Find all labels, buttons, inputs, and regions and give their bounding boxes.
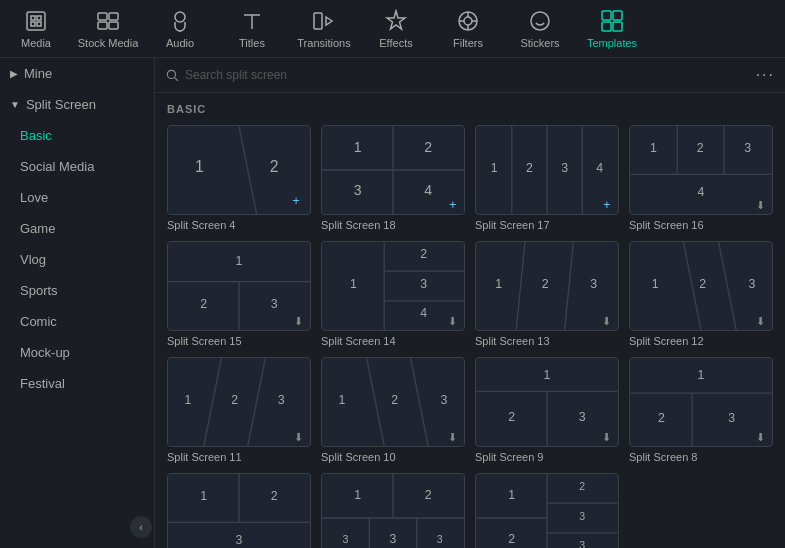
svg-text:2: 2 bbox=[542, 277, 549, 291]
search-input[interactable] bbox=[185, 68, 750, 82]
nav-media[interactable]: Media bbox=[0, 4, 72, 53]
svg-text:1: 1 bbox=[339, 393, 346, 407]
svg-text:3: 3 bbox=[390, 532, 397, 546]
svg-rect-3 bbox=[31, 22, 35, 26]
svg-text:3: 3 bbox=[441, 393, 448, 407]
svg-text:3: 3 bbox=[579, 410, 586, 424]
svg-text:2: 2 bbox=[508, 410, 515, 424]
nav-stock-media[interactable]: Stock Media bbox=[72, 4, 144, 53]
nav-audio[interactable]: Audio bbox=[144, 4, 216, 53]
grid-item-ss12[interactable]: 1 2 3 ⬇ Split Screen 12 bbox=[629, 241, 773, 347]
label-ss9: Split Screen 9 bbox=[475, 451, 619, 463]
grid-item-ss6[interactable]: 1 2 3 3 3 ⬇ Split Screen 6 bbox=[321, 473, 465, 548]
mine-arrow: ▶ bbox=[10, 68, 18, 79]
sidebar-item-game[interactable]: Game bbox=[0, 213, 154, 244]
svg-text:⬇: ⬇ bbox=[448, 431, 457, 443]
templates-icon bbox=[599, 8, 625, 34]
sidebar-mine-header[interactable]: ▶ Mine bbox=[0, 58, 154, 89]
svg-text:2: 2 bbox=[424, 139, 432, 155]
sidebar: ▶ Mine ▼ Split Screen Basic Social Media… bbox=[0, 58, 155, 548]
nav-templates[interactable]: Templates bbox=[576, 4, 648, 53]
grid-item-ss9[interactable]: 1 2 3 ⬇ Split Screen 9 bbox=[475, 357, 619, 463]
grid-item-ss4[interactable]: 1 2 + Split Screen 4 bbox=[167, 125, 311, 231]
grid-item-ss17[interactable]: 1 2 3 4 + Split Screen 17 bbox=[475, 125, 619, 231]
svg-text:2: 2 bbox=[270, 158, 279, 175]
label-ss10: Split Screen 10 bbox=[321, 451, 465, 463]
thumb-ss15: 1 2 3 ⬇ bbox=[167, 241, 311, 331]
thumb-ss9: 1 2 3 ⬇ bbox=[475, 357, 619, 447]
sidebar-item-festival[interactable]: Festival bbox=[0, 368, 154, 399]
sidebar-splitscreen-header[interactable]: ▼ Split Screen bbox=[0, 89, 154, 120]
svg-point-27 bbox=[167, 70, 175, 78]
grid-item-ss15[interactable]: 1 2 3 ⬇ Split Screen 15 bbox=[167, 241, 311, 347]
svg-text:3: 3 bbox=[437, 533, 443, 545]
sidebar-item-basic[interactable]: Basic bbox=[0, 120, 154, 151]
svg-text:2: 2 bbox=[200, 297, 207, 311]
nav-stickers[interactable]: Stickers bbox=[504, 4, 576, 53]
grid-item-ss11[interactable]: 1 2 3 ⬇ Split Screen 11 bbox=[167, 357, 311, 463]
svg-text:3: 3 bbox=[561, 161, 568, 175]
svg-text:1: 1 bbox=[350, 277, 357, 291]
svg-text:4: 4 bbox=[596, 161, 603, 175]
nav-titles[interactable]: Titles bbox=[216, 4, 288, 53]
thumb-ss11: 1 2 3 ⬇ bbox=[167, 357, 311, 447]
splitscreen-arrow: ▼ bbox=[10, 99, 20, 110]
svg-text:2: 2 bbox=[508, 532, 515, 546]
sidebar-item-sports[interactable]: Sports bbox=[0, 275, 154, 306]
grid-item-ss10[interactable]: 1 2 3 ⬇ Split Screen 10 bbox=[321, 357, 465, 463]
svg-rect-51 bbox=[631, 126, 772, 214]
svg-rect-2 bbox=[37, 16, 41, 20]
svg-text:1: 1 bbox=[650, 141, 657, 155]
more-options-btn[interactable]: ··· bbox=[756, 66, 775, 84]
grid-item-ss16[interactable]: 1 2 3 4 ⬇ Split Screen 16 bbox=[629, 125, 773, 231]
svg-text:1: 1 bbox=[200, 489, 207, 503]
audio-icon bbox=[167, 8, 193, 34]
sidebar-item-mock-up[interactable]: Mock-up bbox=[0, 337, 154, 368]
grid-item-ss8[interactable]: 1 2 3 ⬇ Split Screen 8 bbox=[629, 357, 773, 463]
svg-text:⬇: ⬇ bbox=[602, 315, 611, 327]
svg-text:1: 1 bbox=[495, 277, 502, 291]
search-icon bbox=[165, 68, 179, 82]
effects-icon bbox=[383, 8, 409, 34]
top-nav: Media Stock Media Audio bbox=[0, 0, 785, 58]
sidebar-item-love[interactable]: Love bbox=[0, 182, 154, 213]
svg-text:1: 1 bbox=[236, 254, 243, 268]
grid-item-ss18[interactable]: 1 2 3 4 + Split Screen 18 bbox=[321, 125, 465, 231]
thumb-ss14: 1 2 3 4 ⬇ bbox=[321, 241, 465, 331]
svg-text:1: 1 bbox=[652, 277, 659, 291]
svg-text:4: 4 bbox=[698, 185, 705, 199]
filters-icon bbox=[455, 8, 481, 34]
sidebar-item-social-media[interactable]: Social Media bbox=[0, 151, 154, 182]
svg-rect-25 bbox=[602, 22, 611, 31]
svg-rect-23 bbox=[602, 11, 611, 20]
svg-text:3: 3 bbox=[343, 533, 349, 545]
sidebar-item-comic[interactable]: Comic bbox=[0, 306, 154, 337]
svg-rect-26 bbox=[613, 22, 622, 31]
thumb-ss6: 1 2 3 3 3 ⬇ bbox=[321, 473, 465, 548]
label-ss13: Split Screen 13 bbox=[475, 335, 619, 347]
svg-rect-1 bbox=[31, 16, 35, 20]
grid-item-ss14[interactable]: 1 2 3 4 ⬇ Split Screen 14 bbox=[321, 241, 465, 347]
svg-text:⬇: ⬇ bbox=[602, 431, 611, 443]
grid-item-ss7[interactable]: 1 2 3 ⬇ Split Screen 7 bbox=[167, 473, 311, 548]
svg-text:3: 3 bbox=[420, 277, 427, 291]
svg-text:1: 1 bbox=[354, 139, 362, 155]
thumb-ss4: 1 2 + bbox=[167, 125, 311, 215]
svg-point-20 bbox=[531, 12, 549, 30]
thumb-ss13: 1 2 3 ⬇ bbox=[475, 241, 619, 331]
nav-effects[interactable]: Effects bbox=[360, 4, 432, 53]
nav-transitions[interactable]: Transitions bbox=[288, 4, 360, 53]
svg-text:2: 2 bbox=[271, 489, 278, 503]
svg-text:3: 3 bbox=[744, 141, 751, 155]
stickers-icon bbox=[527, 8, 553, 34]
thumb-ss10: 1 2 3 ⬇ bbox=[321, 357, 465, 447]
search-bar: ··· bbox=[155, 58, 785, 93]
svg-rect-24 bbox=[613, 11, 622, 20]
thumb-ss18: 1 2 3 4 + bbox=[321, 125, 465, 215]
sidebar-collapse-btn[interactable]: ‹ bbox=[130, 516, 152, 538]
grid-item-ss5[interactable]: 1 2 2 3 3 ⬇ Split Screen 5 bbox=[475, 473, 619, 548]
nav-filters[interactable]: Filters bbox=[432, 4, 504, 53]
svg-text:4: 4 bbox=[424, 182, 432, 198]
sidebar-item-vlog[interactable]: Vlog bbox=[0, 244, 154, 275]
grid-item-ss13[interactable]: 1 2 3 ⬇ Split Screen 13 bbox=[475, 241, 619, 347]
